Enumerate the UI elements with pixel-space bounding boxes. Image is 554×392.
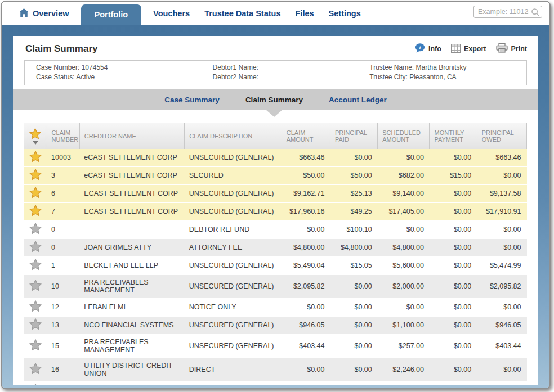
tab-portfolio[interactable]: Portfolio <box>81 4 142 25</box>
subtab-case-summary[interactable]: Case Summary <box>164 96 220 104</box>
creditor-name-cell: JOAN GRIMES ATTY <box>79 238 185 256</box>
star-icon-inactive[interactable] <box>24 256 47 274</box>
tab-overview[interactable]: Overview <box>12 2 77 25</box>
star-icon-active[interactable] <box>24 149 47 166</box>
home-icon <box>19 8 29 19</box>
claim-number-cell: 13 <box>47 316 79 334</box>
principal-paid-cell: $15.05 <box>330 256 377 274</box>
claim-amount-cell: $663.46 <box>282 149 330 166</box>
claim-description-cell <box>185 381 282 385</box>
claim-amount-cell: $4,800.00 <box>282 238 330 256</box>
col-scheduled-amount[interactable]: SCHEDULED AMOUNT <box>378 123 430 149</box>
app-window: Overview Portfolio Vouchers Trustee Data… <box>1 1 551 389</box>
claim-row[interactable]: 0JOAN GRIMES ATTYATTORNEY FEE$4,800.00$4… <box>24 238 527 256</box>
monthly-payment-cell: $0.00 <box>430 334 477 358</box>
creditor-name-cell: ECAST SETTLEMENT CORP <box>79 184 185 202</box>
claim-number-cell: 1 <box>47 256 79 274</box>
info-button[interactable]: i Info <box>415 43 441 55</box>
star-icon-inactive[interactable] <box>24 316 47 334</box>
table-header-row: CLAIM NUMBER CREDITOR NAME CLAIM DESCRIP… <box>24 123 527 149</box>
case-number: Case Number: 1074554 <box>36 63 213 73</box>
claim-number-cell: 7 <box>47 202 79 220</box>
col-principal-paid[interactable]: PRINCIPAL PAID <box>330 123 377 149</box>
top-navigation: Overview Portfolio Vouchers Trustee Data… <box>2 2 549 25</box>
scheduled-amount-cell: $9,140.00 <box>378 184 430 202</box>
principal-owed-cell: $5,474.99 <box>477 256 526 274</box>
principal-owed-cell: $0.00 <box>477 298 526 316</box>
scheduled-amount-cell: $0.00 <box>378 298 430 316</box>
star-icon-active[interactable] <box>24 202 47 220</box>
principal-paid-cell: $0.00 <box>330 334 377 358</box>
star-icon-inactive[interactable] <box>24 334 47 358</box>
claim-description-cell: UNSECURED (GENERAL) <box>185 149 282 166</box>
sort-caret-icon <box>33 141 38 145</box>
print-button[interactable]: Print <box>496 43 527 55</box>
monthly-payment-cell: $0.00 <box>430 149 477 166</box>
tab-trustee-data-status[interactable]: Trustee Data Status <box>197 2 288 25</box>
claim-row[interactable]: WELLS FARGO FKA <box>24 381 527 385</box>
claim-description-cell: ATTORNEY FEE <box>185 238 282 256</box>
col-claim-number[interactable]: CLAIM NUMBER <box>47 123 79 149</box>
tab-files-label: Files <box>296 9 314 18</box>
claim-row[interactable]: 1BECKET AND LEE LLPUNSECURED (GENERAL)$5… <box>24 256 527 274</box>
principal-owed-cell: $9,137.58 <box>477 184 526 202</box>
print-icon <box>496 43 508 55</box>
debtor1-name: Debtor1 Name: <box>213 63 370 73</box>
scheduled-amount-cell: $2,246.00 <box>378 358 430 381</box>
star-icon-inactive[interactable] <box>24 298 47 316</box>
col-principal-owed[interactable]: PRINCIPAL OWED <box>477 123 526 149</box>
claim-row[interactable]: 3eCAST SETTLEMENT CORPSECURED$50.00$50.0… <box>24 166 527 184</box>
col-monthly-payment[interactable]: MONTHLY PAYMENT <box>430 123 477 149</box>
export-button[interactable]: Export <box>451 44 486 55</box>
claim-row[interactable]: 13NCO FINANCIAL SYSTEMSUNSECURED (GENERA… <box>24 316 527 334</box>
monthly-payment-cell <box>430 381 477 385</box>
claim-row[interactable]: 10003eCAST SETTLEMENT CORPUNSECURED (GEN… <box>24 149 527 166</box>
tab-settings[interactable]: Settings <box>321 2 368 25</box>
claim-row[interactable]: 12LEBAN ELMINOTICE ONLY$0.00$0.00$0.00$0… <box>24 298 527 316</box>
search-icon[interactable] <box>531 8 540 19</box>
star-icon-active[interactable] <box>24 184 47 202</box>
claim-row[interactable]: 6ECAST SETTLEMENT CORPUNSECURED (GENERAL… <box>24 184 527 202</box>
subtab-claim-summary[interactable]: Claim Summary <box>245 96 303 104</box>
star-sort-header[interactable] <box>24 123 47 149</box>
star-icon-inactive[interactable] <box>24 220 47 238</box>
subtab-account-ledger[interactable]: Account Ledger <box>329 96 387 104</box>
content-panel: Claim Summary i Info <box>13 36 538 385</box>
creditor-name-cell: WELLS FARGO FKA <box>79 381 185 385</box>
star-icon-inactive[interactable] <box>24 238 47 256</box>
star-icon-active[interactable] <box>24 166 47 184</box>
tab-files[interactable]: Files <box>288 2 321 25</box>
claim-description-cell: SECURED <box>185 166 282 184</box>
claim-row[interactable]: 0DEBTOR REFUND$0.00$100.10$0.00$0.00$0.0… <box>24 220 527 238</box>
star-icon <box>29 128 41 141</box>
claim-description-cell: DIRECT <box>185 358 282 381</box>
claim-amount-cell: $0.00 <box>282 358 330 381</box>
col-claim-amount[interactable]: CLAIM AMOUNT <box>282 123 330 149</box>
col-creditor-name[interactable]: CREDITOR NAME <box>79 123 185 149</box>
claim-description-cell: UNSECURED (GENERAL) <box>185 184 282 202</box>
claim-number-cell: 6 <box>47 184 79 202</box>
claim-row[interactable]: 10PRA RECEIVABLES MANAGEMENTUNSECURED (G… <box>24 274 527 298</box>
creditor-name-cell: LEBAN ELMI <box>79 298 185 316</box>
monthly-payment-cell: $0.00 <box>430 256 477 274</box>
claim-amount-cell: $0.00 <box>282 298 330 316</box>
svg-text:i: i <box>419 44 421 51</box>
claims-table: CLAIM NUMBER CREDITOR NAME CLAIM DESCRIP… <box>24 123 527 385</box>
scheduled-amount-cell: $682.00 <box>378 166 430 184</box>
col-claim-description[interactable]: CLAIM DESCRIPTION <box>185 123 282 149</box>
claim-number-cell: 3 <box>47 166 79 184</box>
claim-amount-cell: $403.44 <box>282 334 330 358</box>
tab-vouchers[interactable]: Vouchers <box>146 2 197 25</box>
claim-row[interactable]: 15PRA RECEIVABLES MANAGEMENTUNSECURED (G… <box>24 334 527 358</box>
star-icon-inactive[interactable] <box>24 358 47 381</box>
scheduled-amount-cell: $0.00 <box>378 220 430 238</box>
star-icon-inactive[interactable] <box>24 381 47 385</box>
star-icon-inactive[interactable] <box>24 274 47 298</box>
export-icon <box>451 44 461 55</box>
scheduled-amount-cell: $17,405.00 <box>378 202 430 220</box>
claim-row[interactable]: 7ECAST SETTLEMENT CORPUNSECURED (GENERAL… <box>24 202 527 220</box>
claim-row[interactable]: 16UTILITY DISTRICT CREDIT UNIONDIRECT$0.… <box>24 358 527 381</box>
export-button-label: Export <box>464 45 486 53</box>
claim-number-cell: 0 <box>47 220 79 238</box>
claim-number-cell <box>47 381 79 385</box>
